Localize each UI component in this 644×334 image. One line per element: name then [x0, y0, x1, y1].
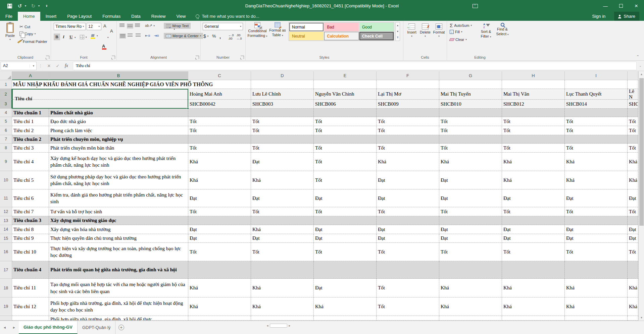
cell[interactable]: [502, 80, 565, 89]
cell-rating[interactable]: Tốt: [628, 126, 638, 135]
font-dialog-launcher[interactable]: [112, 56, 115, 59]
cell-rating[interactable]: Tốt: [251, 126, 314, 135]
cell-rating[interactable]: Tốt: [377, 144, 439, 153]
next-sheet-arrow[interactable]: ►: [9, 321, 19, 334]
cell-rating[interactable]: Đạt: [628, 225, 638, 234]
cell-rating[interactable]: Tốt: [565, 144, 628, 153]
orientation-button[interactable]: ab↗▾: [145, 23, 155, 28]
sheet-tab-active[interactable]: Giáo dục phổ thông-GV: [19, 321, 78, 334]
cell-teacher-name[interactable]: Lê N: [628, 89, 638, 100]
cell[interactable]: [565, 261, 628, 279]
font-color-dropdown[interactable]: ▾: [107, 36, 109, 39]
format-as-table-button[interactable]: Format asTable ▾: [268, 22, 287, 37]
cell-rating[interactable]: Tốt: [502, 144, 565, 153]
wrap-text-button[interactable]: Wrap Text: [164, 23, 191, 29]
row-number[interactable]: 14: [0, 225, 12, 234]
row-number[interactable]: 5: [0, 117, 12, 126]
top-align-button[interactable]: [119, 23, 125, 27]
cell-criterion-label[interactable]: Tiêu chí 3: [12, 144, 49, 153]
cell-rating[interactable]: Khá: [628, 153, 638, 171]
cell-rating[interactable]: Tốt: [188, 243, 251, 261]
row-number[interactable]: 4: [0, 109, 12, 117]
cell-rating[interactable]: Khá: [377, 153, 439, 171]
cell-rating[interactable]: Đạt: [314, 279, 377, 297]
cell-rating[interactable]: Tốt: [565, 207, 628, 216]
menu-tab-formulas[interactable]: Formulas: [97, 12, 126, 21]
cell-teacher-name[interactable]: Mai Thị Tuyến: [439, 89, 502, 100]
cell[interactable]: [251, 316, 314, 321]
cell-rating[interactable]: Tốt: [251, 117, 314, 126]
underline-button[interactable]: U: [68, 34, 74, 40]
cell[interactable]: [251, 216, 314, 225]
cell-rating[interactable]: Tốt: [314, 117, 377, 126]
cell[interactable]: [628, 135, 638, 144]
number-format-combo[interactable]: General▾: [203, 23, 243, 30]
row-number[interactable]: 13: [0, 216, 12, 225]
row-number[interactable]: 2: [0, 89, 12, 100]
cell-rating[interactable]: Đạt: [251, 234, 314, 243]
cell[interactable]: [565, 109, 628, 117]
cell[interactable]: [565, 216, 628, 225]
menu-tab-page-layout[interactable]: Page Layout: [62, 12, 97, 21]
italic-button[interactable]: I: [61, 34, 66, 40]
row-number[interactable]: 18: [0, 279, 12, 297]
cell-teacher-code[interactable]: SHCB009: [377, 100, 439, 109]
collapse-ribbon-button[interactable]: ⌃: [637, 55, 639, 58]
ribbon-display-options-button[interactable]: [467, 0, 483, 12]
cell[interactable]: [188, 135, 251, 144]
cell[interactable]: [188, 216, 251, 225]
cell-criterion-desc[interactable]: Thực hiện và xây dựng trường học an toàn…: [49, 243, 188, 261]
cell-rating[interactable]: Tốt: [565, 126, 628, 135]
cell-rating[interactable]: Tốt: [628, 207, 638, 216]
cell-rating[interactable]: Đạt: [565, 189, 628, 207]
comma-button[interactable]: ,: [219, 34, 221, 39]
gallery-scroll[interactable]: ▲▼⊽: [395, 22, 400, 41]
cell-criterion-desc[interactable]: Sử dụng phương pháp dạy học và giáo dục …: [49, 171, 188, 189]
cell-rating[interactable]: Khá: [565, 153, 628, 171]
cell-teacher-name[interactable]: Hoàng Mai Anh: [188, 89, 251, 100]
cell-rating[interactable]: Tốt: [439, 207, 502, 216]
cell-rating[interactable]: Tốt: [377, 126, 439, 135]
cell-rating[interactable]: Đạt: [314, 225, 377, 234]
scroll-right-arrow[interactable]: ►: [288, 324, 291, 327]
cell[interactable]: [628, 109, 638, 117]
cell-teacher-code[interactable]: SHCB010: [439, 100, 502, 109]
menu-tab-review[interactable]: Review: [146, 12, 171, 21]
cell-criterion-desc[interactable]: Xây dựng kế hoạch dạy học và giáo dục th…: [49, 153, 188, 171]
cell-rating[interactable]: Khá: [565, 171, 628, 189]
cell-rating[interactable]: Đạt: [188, 234, 251, 243]
bold-button[interactable]: B: [54, 34, 60, 40]
cell-teacher-code[interactable]: SHCB00042: [188, 100, 251, 109]
cell-teacher-name[interactable]: Nguyễn Văn Chinh: [314, 89, 377, 100]
currency-button[interactable]: $▾: [203, 34, 208, 39]
cell[interactable]: [439, 216, 502, 225]
cell-rating[interactable]: Đạt: [188, 189, 251, 207]
cell-rating[interactable]: Tốt: [314, 126, 377, 135]
cell-rating[interactable]: Đạt: [377, 225, 439, 234]
menu-tab-file[interactable]: File: [0, 12, 18, 21]
cell-section-label[interactable]: Tiêu chuẩn 3: [12, 216, 49, 225]
cell-rating[interactable]: Tốt: [377, 243, 439, 261]
column-header-H[interactable]: H: [502, 71, 565, 80]
style-check-cell[interactable]: Check Cell: [359, 32, 394, 41]
cell-criterion-desc[interactable]: Đạo đức nhà giáo: [49, 117, 188, 126]
cell-rating[interactable]: Tốt: [565, 117, 628, 126]
cell[interactable]: [502, 316, 565, 321]
cell-rating[interactable]: Đạt: [314, 234, 377, 243]
cell-criterion-desc[interactable]: Xây dựng văn hóa nhà trường: [49, 225, 188, 234]
cell-rating[interactable]: Đạt: [377, 234, 439, 243]
cell-rating[interactable]: Khá: [251, 171, 314, 189]
column-header-E[interactable]: E: [314, 71, 377, 80]
style-normal[interactable]: Normal: [289, 22, 324, 32]
copy-button[interactable]: Copy▾: [19, 32, 36, 36]
cell-criterion-desc-partial[interactable]: Phối hợp giữa nhà trường, gia đình, xã h…: [49, 316, 188, 321]
row-number[interactable]: 10: [0, 171, 12, 189]
underline-dropdown[interactable]: ▾: [75, 36, 76, 39]
cell-rating[interactable]: Tốt: [377, 207, 439, 216]
decrease-indent-button[interactable]: ⇤≡: [145, 34, 150, 38]
clear-button[interactable]: Clear▾: [450, 38, 467, 42]
column-header-partial[interactable]: [628, 71, 638, 80]
cell-teacher-code[interactable]: SHCB003: [251, 100, 314, 109]
cell-rating[interactable]: Tốt: [188, 144, 251, 153]
alignment-dialog-launcher[interactable]: [196, 56, 199, 59]
